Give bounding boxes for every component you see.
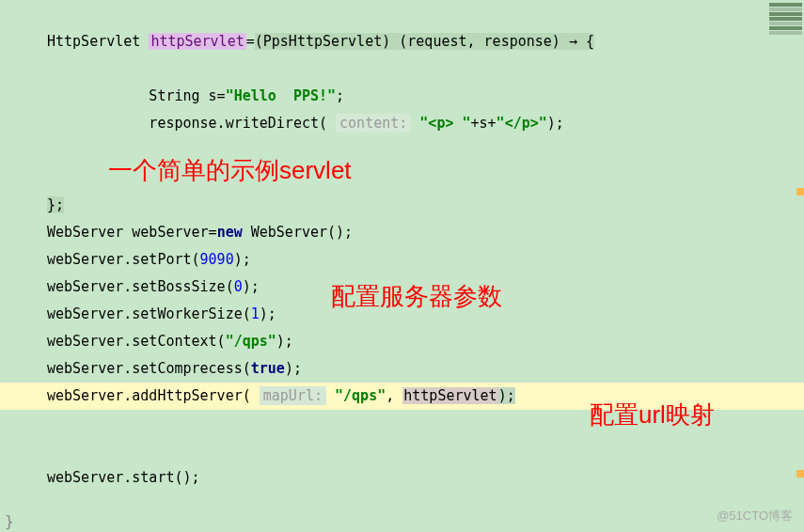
annotation-url: 配置url映射	[590, 399, 715, 431]
code-line: webServer.setComprecess(true);	[47, 355, 804, 383]
code-line: webServer.setContext("/qps");	[47, 328, 804, 355]
variable-highlight: httpServlet	[149, 33, 245, 50]
param-hint: content:	[336, 114, 411, 133]
code-line: WebServer webServer=new WebServer();	[47, 219, 804, 246]
code-line	[47, 437, 804, 464]
watermark: @51CTO博客	[717, 508, 793, 524]
code-line	[47, 55, 804, 83]
code-line: response.writeDirect( content: "<p> "+s+…	[47, 110, 804, 137]
minimap[interactable]	[769, 2, 802, 49]
closing-brace: }	[5, 512, 14, 530]
annotation-servlet: 一个简单的示例servlet	[108, 154, 352, 187]
code-line: HttpServlet httpServlet=(PpsHttpServlet)…	[47, 28, 804, 55]
code-line: webServer.start();	[47, 464, 804, 492]
code-line: };	[47, 192, 804, 219]
gutter-marker	[796, 188, 804, 196]
code-line: String s="Hello PPS!";	[47, 83, 804, 110]
gutter-marker	[796, 470, 804, 477]
annotation-config: 配置服务器参数	[331, 280, 502, 313]
code-line: webServer.setPort(9090);	[47, 246, 804, 274]
param-hint: mapUrl:	[260, 386, 326, 405]
